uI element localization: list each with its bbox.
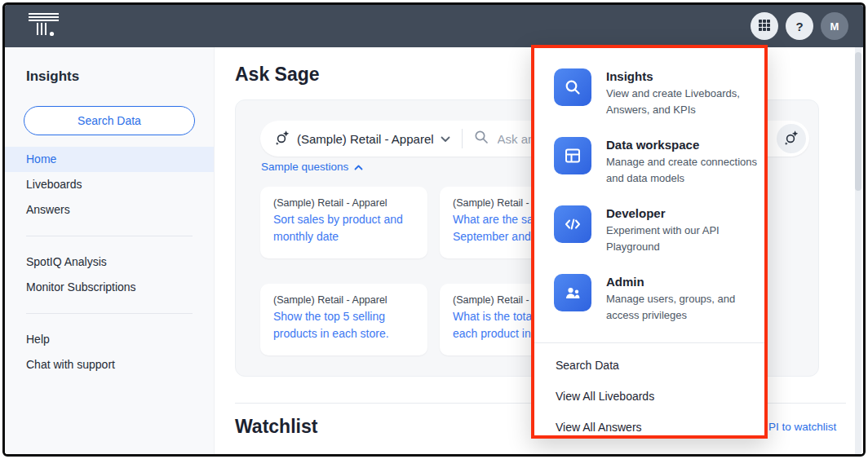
- data-workspace-icon: [554, 137, 591, 174]
- sidebar-item-answers[interactable]: Answers: [5, 197, 214, 223]
- sidebar-item-home[interactable]: Home: [5, 147, 214, 172]
- apps-menu-item-developer[interactable]: Developer Experiment with our API Playgr…: [554, 205, 764, 257]
- search-icon: [474, 130, 489, 148]
- sidebar-item-spotiq-analysis[interactable]: SpotIQ Analysis: [5, 249, 214, 275]
- left-sidebar: Insights Search Data Home Liveboards Ans…: [5, 47, 215, 454]
- sidebar-item-chat-with-support[interactable]: Chat with support: [5, 352, 214, 377]
- sage-sparkle-icon: [784, 130, 799, 148]
- sidebar-divider: [26, 313, 193, 314]
- help-button[interactable]: ?: [786, 12, 813, 40]
- apps-menu-link-view-all-answers[interactable]: View All Answers: [534, 413, 764, 442]
- search-icon: [554, 68, 591, 106]
- scrollbar-track[interactable]: [855, 47, 861, 454]
- sample-questions-toggle[interactable]: Sample questions: [261, 161, 363, 173]
- apps-menu-link-search-data[interactable]: Search Data: [534, 351, 764, 380]
- page-title: Ask Sage: [235, 64, 320, 86]
- header-actions: ? M: [751, 12, 848, 40]
- card-question-line: Show the top 5 selling: [273, 308, 414, 325]
- apps-menu-item-title: Data workspace: [606, 138, 766, 152]
- apps-menu-links: Search Data View All Liveboards View All…: [534, 343, 764, 442]
- screenshot-stage: ? M Insights Search Data Home Liveboards…: [0, 0, 868, 459]
- card-question-line: products in each store.: [273, 325, 414, 342]
- sidebar-divider: [26, 236, 193, 236]
- sample-question-card[interactable]: (Sample) Retail - Apparel Sort sales by …: [260, 187, 427, 258]
- chevron-up-icon: [354, 161, 363, 173]
- sidebar-item-help[interactable]: Help: [5, 327, 214, 352]
- chevron-down-icon[interactable]: [441, 131, 450, 146]
- apps-menu-item-title: Insights: [606, 69, 766, 83]
- apps-menu-item-description: Experiment with our API Playground: [606, 223, 766, 255]
- search-bar-divider: [462, 129, 463, 148]
- sidebar-title: Insights: [26, 68, 214, 85]
- card-source: (Sample) Retail - Apparel: [273, 294, 414, 306]
- apps-menu-item-text: Developer Experiment with our API Playgr…: [606, 205, 766, 257]
- apps-menu-item-title: Admin: [606, 275, 766, 289]
- datasource-selector[interactable]: (Sample) Retail - Apparel: [297, 132, 434, 146]
- apps-menu-items: Insights View and create Liveboards, Ans…: [534, 48, 764, 325]
- apps-menu-item-title: Developer: [606, 206, 766, 220]
- apps-grid-button[interactable]: [751, 12, 778, 40]
- card-source: (Sample) Retail - Apparel: [273, 197, 414, 209]
- apps-dropdown-menu: Insights View and create Liveboards, Ans…: [531, 45, 768, 439]
- thoughtspot-logo-icon: [28, 12, 60, 41]
- sage-sparkle-icon: [275, 130, 290, 148]
- sample-question-card[interactable]: (Sample) Retail - Apparel Show the top 5…: [260, 284, 427, 355]
- question-mark-icon: ?: [795, 20, 803, 33]
- sample-questions-label: Sample questions: [261, 161, 348, 173]
- apps-menu-item-description: Manage users, groups, and access privile…: [606, 291, 766, 324]
- add-kpi-to-watchlist-link[interactable]: PI to watchlist: [768, 421, 836, 433]
- apps-menu-item-text: Insights View and create Liveboards, Ans…: [606, 68, 766, 120]
- apps-menu-item-description: Manage and create connections and data m…: [606, 154, 766, 187]
- card-question-line: monthly date: [273, 228, 414, 245]
- top-navbar: ? M: [5, 5, 863, 47]
- admin-users-icon: [554, 274, 591, 311]
- scrollbar-thumb[interactable]: [855, 52, 861, 191]
- apps-menu-item-description: View and create Liveboards, Answers, and…: [606, 86, 766, 118]
- developer-icon: [554, 205, 591, 243]
- apps-menu-item-insights[interactable]: Insights View and create Liveboards, Ans…: [554, 68, 764, 120]
- sage-button[interactable]: [777, 124, 806, 153]
- app-window: ? M Insights Search Data Home Liveboards…: [2, 2, 866, 457]
- card-question-line: Sort sales by product and: [273, 211, 414, 228]
- search-data-button[interactable]: Search Data: [24, 106, 195, 135]
- grid-icon: [758, 19, 771, 34]
- user-avatar[interactable]: M: [821, 12, 848, 40]
- apps-menu-item-text: Data workspace Manage and create connect…: [606, 137, 766, 188]
- apps-menu-item-text: Admin Manage users, groups, and access p…: [606, 274, 766, 325]
- sidebar-item-liveboards[interactable]: Liveboards: [5, 172, 214, 197]
- sidebar-nav: Home Liveboards Answers SpotIQ Analysis …: [5, 147, 214, 377]
- apps-menu-link-view-all-liveboards[interactable]: View All Liveboards: [534, 382, 764, 411]
- apps-menu-item-data-workspace[interactable]: Data workspace Manage and create connect…: [554, 137, 764, 188]
- sidebar-item-monitor-subscriptions[interactable]: Monitor Subscriptions: [5, 275, 214, 300]
- avatar-initial: M: [830, 20, 839, 33]
- apps-menu-item-admin[interactable]: Admin Manage users, groups, and access p…: [554, 274, 764, 325]
- watchlist-title: Watchlist: [235, 416, 317, 438]
